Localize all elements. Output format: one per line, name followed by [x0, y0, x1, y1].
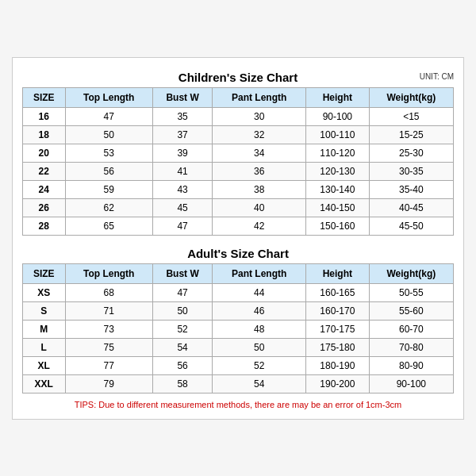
table-cell: 54 — [152, 338, 213, 356]
table-cell: 150-160 — [306, 217, 370, 235]
col-weight-child: Weight(kg) — [369, 87, 453, 107]
table-cell: 22 — [23, 162, 66, 180]
table-cell: 62 — [65, 198, 152, 217]
table-cell: XL — [23, 356, 66, 374]
table-cell: 71 — [65, 301, 152, 320]
table-cell: 28 — [23, 217, 66, 235]
table-cell: 130-140 — [306, 180, 370, 198]
col-bust-adult: Bust W — [152, 263, 213, 283]
table-row: M735248170-17560-70 — [23, 320, 454, 338]
col-pant-child: Pant Length — [213, 87, 306, 107]
table-cell: 58 — [152, 374, 213, 393]
table-cell: 50 — [152, 301, 213, 320]
table-cell: 44 — [213, 283, 306, 301]
table-cell: 36 — [213, 162, 306, 180]
col-size-child: SIZE — [23, 87, 66, 107]
table-cell: 45 — [152, 198, 213, 217]
table-cell: 59 — [65, 180, 152, 198]
table-cell: 77 — [65, 356, 152, 374]
table-cell: 52 — [213, 356, 306, 374]
table-cell: 79 — [65, 374, 152, 393]
table-cell: 50 — [65, 125, 152, 144]
table-cell: 45-50 — [369, 217, 453, 235]
table-cell: 48 — [213, 320, 306, 338]
table-row: XL775652180-19080-90 — [23, 356, 454, 374]
table-cell: XS — [23, 283, 66, 301]
children-header-row: SIZE Top Length Bust W Pant Length Heigh… — [23, 87, 454, 107]
table-cell: 73 — [65, 320, 152, 338]
table-cell: XXL — [23, 374, 66, 393]
table-row: 20533934110-12025-30 — [23, 144, 454, 162]
table-cell: 110-120 — [306, 144, 370, 162]
table-cell: 175-180 — [306, 338, 370, 356]
table-cell: 120-130 — [306, 162, 370, 180]
table-row: L755450175-18070-80 — [23, 338, 454, 356]
table-cell: S — [23, 301, 66, 320]
table-cell: 46 — [213, 301, 306, 320]
children-section-title: Children's Size Chart UNIT: CM — [22, 66, 454, 87]
adult-title-text: Adult's Size Chart — [187, 247, 289, 260]
table-cell: 25-30 — [369, 144, 453, 162]
table-cell: 26 — [23, 198, 66, 217]
table-row: 26624540140-15040-45 — [23, 198, 454, 217]
table-cell: 100-110 — [306, 125, 370, 144]
table-cell: 190-200 — [306, 374, 370, 393]
table-cell: 39 — [152, 144, 213, 162]
table-cell: 53 — [65, 144, 152, 162]
table-cell: 54 — [213, 374, 306, 393]
col-bust-child: Bust W — [152, 87, 213, 107]
table-cell: 37 — [152, 125, 213, 144]
table-row: XXL795854190-20090-100 — [23, 374, 454, 393]
table-cell: 42 — [213, 217, 306, 235]
table-cell: 18 — [23, 125, 66, 144]
children-table: SIZE Top Length Bust W Pant Length Heigh… — [22, 87, 454, 236]
col-top-length-child: Top Length — [65, 87, 152, 107]
table-cell: 56 — [65, 162, 152, 180]
table-cell: 90-100 — [369, 374, 453, 393]
table-row: S715046160-17055-60 — [23, 301, 454, 320]
table-cell: 75 — [65, 338, 152, 356]
table-cell: 160-170 — [306, 301, 370, 320]
col-size-adult: SIZE — [23, 263, 66, 283]
table-row: 22564136120-13030-35 — [23, 162, 454, 180]
table-cell: 60-70 — [369, 320, 453, 338]
table-cell: L — [23, 338, 66, 356]
table-cell: <15 — [369, 107, 453, 125]
table-cell: 43 — [152, 180, 213, 198]
table-cell: 170-175 — [306, 320, 370, 338]
table-cell: 15-25 — [369, 125, 453, 144]
adult-header-row: SIZE Top Length Bust W Pant Length Heigh… — [23, 263, 454, 283]
unit-label: UNIT: CM — [420, 72, 454, 81]
table-row: 24594338130-14035-40 — [23, 180, 454, 198]
table-row: 18503732100-11015-25 — [23, 125, 454, 144]
table-cell: 35 — [152, 107, 213, 125]
table-cell: 38 — [213, 180, 306, 198]
children-title-text: Children's Size Chart — [178, 71, 298, 84]
table-cell: 50-55 — [369, 283, 453, 301]
table-cell: 180-190 — [306, 356, 370, 374]
table-row: 1647353090-100<15 — [23, 107, 454, 125]
table-cell: 52 — [152, 320, 213, 338]
table-cell: 68 — [65, 283, 152, 301]
table-cell: 41 — [152, 162, 213, 180]
table-cell: 32 — [213, 125, 306, 144]
table-cell: 40-45 — [369, 198, 453, 217]
table-cell: 20 — [23, 144, 66, 162]
chart-container: Children's Size Chart UNIT: CM SIZE Top … — [12, 57, 464, 420]
table-cell: 90-100 — [306, 107, 370, 125]
table-cell: 47 — [152, 283, 213, 301]
table-cell: 35-40 — [369, 180, 453, 198]
table-cell: 34 — [213, 144, 306, 162]
table-cell: 70-80 — [369, 338, 453, 356]
table-row: 28654742150-16045-50 — [23, 217, 454, 235]
table-cell: 47 — [65, 107, 152, 125]
table-cell: 65 — [65, 217, 152, 235]
table-cell: 30 — [213, 107, 306, 125]
table-cell: 160-165 — [306, 283, 370, 301]
col-weight-adult: Weight(kg) — [369, 263, 453, 283]
adult-section-title: Adult's Size Chart — [22, 242, 454, 263]
table-cell: 24 — [23, 180, 66, 198]
tips-text: TIPS: Due to different measurement metho… — [22, 400, 454, 409]
table-cell: 80-90 — [369, 356, 453, 374]
adult-table: SIZE Top Length Bust W Pant Length Heigh… — [22, 263, 454, 393]
